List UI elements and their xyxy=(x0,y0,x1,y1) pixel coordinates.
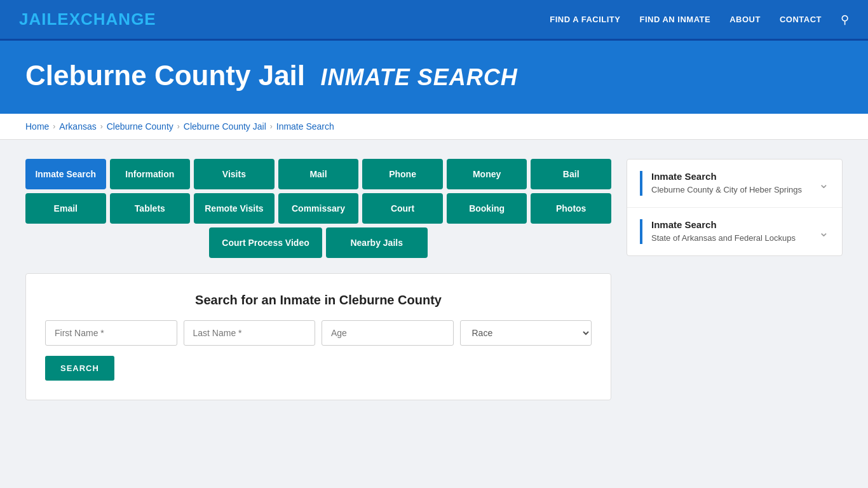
breadcrumb-home[interactable]: Home xyxy=(25,121,49,132)
last-name-input[interactable] xyxy=(184,320,316,346)
tabs-row-3: Court Process Video Nearby Jails xyxy=(25,227,611,258)
chevron-down-icon-1: ⌄ xyxy=(818,176,829,191)
nav-contact[interactable]: CONTACT xyxy=(780,15,822,24)
search-box: Search for an Inmate in Cleburne County … xyxy=(25,273,611,400)
hero-section: Cleburne County Jail INMATE SEARCH xyxy=(0,41,868,114)
sidebar-item-2-title: Inmate Search xyxy=(651,219,796,230)
search-button[interactable]: SEARCH xyxy=(45,356,114,381)
tab-visits[interactable]: Visits xyxy=(194,159,275,189)
search-title: Search for an Inmate in Cleburne County xyxy=(45,293,592,308)
race-select[interactable]: Race White Black Hispanic Asian Other xyxy=(460,320,592,346)
tab-information[interactable]: Information xyxy=(110,159,191,189)
tab-mail[interactable]: Mail xyxy=(278,159,359,189)
tab-commissary[interactable]: Commissary xyxy=(278,193,359,224)
breadcrumb-sep-4: › xyxy=(270,122,273,131)
page-title: Cleburne County Jail INMATE SEARCH xyxy=(25,60,843,92)
hero-title-main: Cleburne County Jail xyxy=(25,60,305,91)
sidebar-item-1-content: Inmate Search Cleburne County & City of … xyxy=(640,171,802,196)
tab-nearby-jails[interactable]: Nearby Jails xyxy=(326,227,428,258)
sidebar-item-1-subtitle: Cleburne County & City of Heber Springs xyxy=(651,184,802,196)
hero-title-italic: INMATE SEARCH xyxy=(321,64,518,90)
main-content: Inmate Search Information Visits Mail Ph… xyxy=(25,159,611,400)
first-name-input[interactable] xyxy=(45,320,177,346)
search-fields: Race White Black Hispanic Asian Other xyxy=(45,320,592,346)
breadcrumb-bar: Home › Arkansas › Cleburne County › Cleb… xyxy=(0,114,868,140)
content-area: Inmate Search Information Visits Mail Ph… xyxy=(0,140,868,419)
sidebar-item-1[interactable]: Inmate Search Cleburne County & City of … xyxy=(627,159,842,208)
tabs-row-2: Email Tablets Remote Visits Commissary C… xyxy=(25,193,611,224)
tabs-row-1: Inmate Search Information Visits Mail Ph… xyxy=(25,159,611,189)
sidebar-item-1-title: Inmate Search xyxy=(651,171,802,182)
breadcrumb-arkansas[interactable]: Arkansas xyxy=(59,121,96,132)
navbar: JAILEXCHANGE FIND A FACILITY FIND AN INM… xyxy=(0,0,868,41)
tab-phone[interactable]: Phone xyxy=(362,159,443,189)
breadcrumb-sep-2: › xyxy=(100,122,103,131)
tab-inmate-search[interactable]: Inmate Search xyxy=(25,159,106,189)
sidebar: Inmate Search Cleburne County & City of … xyxy=(627,159,843,400)
site-logo[interactable]: JAILEXCHANGE xyxy=(19,10,156,29)
logo-exchange: EXCHANGE xyxy=(57,10,156,29)
tab-remote-visits[interactable]: Remote Visits xyxy=(194,193,275,224)
tab-court[interactable]: Court xyxy=(362,193,443,224)
tab-court-process-video[interactable]: Court Process Video xyxy=(209,227,322,258)
nav-find-inmate[interactable]: FIND AN INMATE xyxy=(639,15,710,24)
breadcrumb-cleburne-county[interactable]: Cleburne County xyxy=(107,121,173,132)
search-icon[interactable]: ⚲ xyxy=(841,13,849,27)
breadcrumb: Home › Arkansas › Cleburne County › Cleb… xyxy=(25,121,843,132)
tab-email[interactable]: Email xyxy=(25,193,106,224)
chevron-down-icon-2: ⌄ xyxy=(818,224,829,240)
tab-bail[interactable]: Bail xyxy=(531,159,611,189)
nav-find-facility[interactable]: FIND A FACILITY xyxy=(550,15,620,24)
breadcrumb-jail[interactable]: Cleburne County Jail xyxy=(184,121,266,132)
nav-links: FIND A FACILITY FIND AN INMATE ABOUT CON… xyxy=(550,13,849,27)
sidebar-item-2-content: Inmate Search State of Arkansas and Fede… xyxy=(640,219,796,244)
breadcrumb-sep-3: › xyxy=(177,122,180,131)
sidebar-card: Inmate Search Cleburne County & City of … xyxy=(627,159,843,256)
logo-jail: JAIL xyxy=(19,10,57,29)
age-input[interactable] xyxy=(322,320,454,346)
sidebar-item-2-subtitle: State of Arkansas and Federal Lockups xyxy=(651,233,796,244)
nav-about[interactable]: ABOUT xyxy=(729,15,761,24)
tab-photos[interactable]: Photos xyxy=(531,193,611,224)
tab-booking[interactable]: Booking xyxy=(447,193,527,224)
tab-tablets[interactable]: Tablets xyxy=(110,193,191,224)
tab-money[interactable]: Money xyxy=(447,159,527,189)
sidebar-item-2[interactable]: Inmate Search State of Arkansas and Fede… xyxy=(627,208,842,255)
breadcrumb-current: Inmate Search xyxy=(276,121,334,132)
breadcrumb-sep-1: › xyxy=(53,122,55,131)
